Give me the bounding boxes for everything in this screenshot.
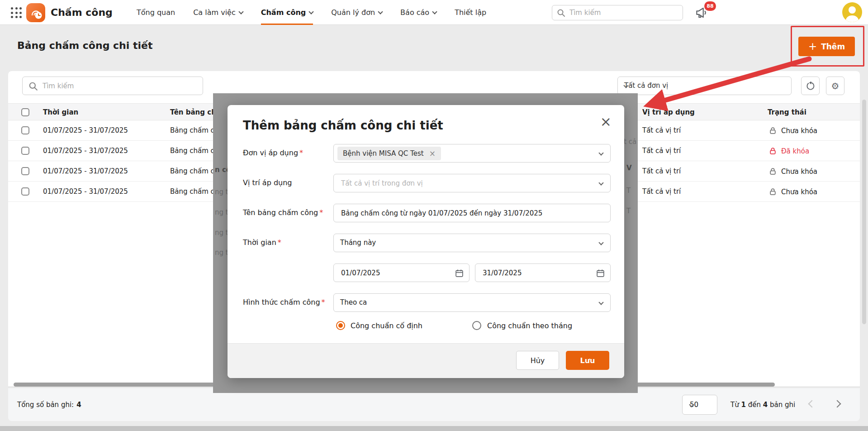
backdrop-text-fragment: V xyxy=(626,164,632,172)
timesheet-name-field xyxy=(333,204,611,222)
chevron-down-icon xyxy=(598,300,603,305)
modal-footer: Hủy Lưu xyxy=(228,343,624,378)
chevron-down-icon xyxy=(432,9,437,14)
status-badge: Chưa khóa xyxy=(769,182,817,202)
nav-item-overview[interactable]: Tổng quan xyxy=(137,0,175,25)
lock-open-icon xyxy=(769,168,777,175)
nav-item-reports[interactable]: Báo cáo xyxy=(400,0,436,25)
header-time: Thời gian xyxy=(43,104,78,121)
date-to-field[interactable] xyxy=(475,263,611,282)
user-avatar[interactable] xyxy=(842,2,862,22)
header-status: Trạng thái xyxy=(768,104,806,121)
page-title: Bảng chấm công chi tiết xyxy=(17,40,152,51)
nav-item-timekeeping[interactable]: Chấm công xyxy=(261,0,313,25)
app-grid-icon[interactable] xyxy=(11,7,23,19)
chevron-down-icon xyxy=(238,9,243,14)
notification-count-badge: 88 xyxy=(704,1,716,11)
cancel-button[interactable]: Hủy xyxy=(516,351,559,370)
location-input[interactable] xyxy=(340,174,593,192)
chevron-down-icon xyxy=(378,9,383,14)
status-badge: Đã khóa xyxy=(769,141,809,161)
lock-open-icon xyxy=(769,188,777,196)
backdrop-text-fragment: T xyxy=(626,187,631,195)
refresh-icon xyxy=(806,81,816,91)
app-window: Chấm công Tổng quan Ca làm việc Chấm côn… xyxy=(0,0,868,431)
row-checkbox[interactable] xyxy=(21,126,29,134)
plus-icon: + xyxy=(808,41,817,52)
table-search xyxy=(22,77,203,95)
add-button[interactable]: + Thêm xyxy=(798,37,855,56)
chevron-down-icon xyxy=(309,9,314,14)
add-timesheet-modal: Thêm bảng chấm công chi tiết × Đơn vị áp… xyxy=(228,105,624,378)
calendar-icon xyxy=(596,269,605,278)
field-label-location: Vị trí áp dụng xyxy=(243,178,292,187)
unit-filter-dropdown[interactable]: Tất cả đơn vị xyxy=(617,77,792,95)
page-size-select[interactable]: 50 xyxy=(682,395,717,415)
global-search-input[interactable] xyxy=(569,5,679,20)
radio-monthly-standard[interactable] xyxy=(472,321,481,330)
row-checkbox[interactable] xyxy=(21,147,29,155)
top-navbar: Chấm công Tổng quan Ca làm việc Chấm côn… xyxy=(0,0,868,25)
status-badge: Chưa khóa xyxy=(769,120,817,141)
chevron-down-icon xyxy=(598,240,603,245)
method-select[interactable]: Theo ca xyxy=(333,293,611,312)
calendar-icon xyxy=(455,269,464,278)
vertical-scrollbar-thumb[interactable] xyxy=(862,100,866,324)
save-button[interactable]: Lưu xyxy=(566,351,609,370)
row-checkbox[interactable] xyxy=(21,167,29,175)
gear-icon: ⚙ xyxy=(831,81,840,91)
nav-item-shifts[interactable]: Ca làm việc xyxy=(193,0,243,25)
close-icon[interactable]: × xyxy=(600,115,612,129)
field-label-method: Hình thức chấm công* xyxy=(243,298,325,306)
field-label-period: Thời gian* xyxy=(243,238,281,247)
header-location: Vị trí áp dụng xyxy=(642,104,695,121)
date-from-field[interactable] xyxy=(333,263,470,282)
backdrop-text-fragment: T xyxy=(626,207,631,215)
row-checkbox[interactable] xyxy=(21,187,29,196)
required-asterisk: * xyxy=(278,238,281,247)
field-label-unit: Đơn vị áp dụng* xyxy=(243,148,303,157)
prev-page-icon[interactable] xyxy=(808,400,816,408)
field-label-name: Tên bảng chấm công* xyxy=(243,208,323,217)
settings-button[interactable]: ⚙ xyxy=(826,77,844,95)
required-asterisk: * xyxy=(319,208,323,217)
refresh-button[interactable] xyxy=(801,77,820,95)
location-select[interactable] xyxy=(333,174,611,192)
unit-select[interactable]: Bệnh viện MISA QC Test × xyxy=(333,144,611,163)
chevron-down-icon xyxy=(598,150,603,155)
period-select[interactable]: Tháng này xyxy=(333,234,611,252)
lock-open-icon xyxy=(769,127,777,134)
global-search xyxy=(552,5,683,20)
app-title: Chấm công xyxy=(51,0,113,25)
required-asterisk: * xyxy=(322,298,325,306)
status-badge: Chưa khóa xyxy=(769,161,817,182)
remove-chip-icon[interactable]: × xyxy=(429,150,436,158)
search-icon xyxy=(557,9,565,17)
search-icon xyxy=(28,81,38,91)
lock-closed-icon xyxy=(769,147,777,155)
radio-label: Công chuẩn cố định xyxy=(351,321,422,331)
radio-label: Công chuẩn theo tháng xyxy=(487,321,572,331)
date-from-input[interactable] xyxy=(340,264,444,282)
nav-item-settings[interactable]: Thiết lập xyxy=(455,0,486,25)
backdrop-text-fragment: t cả xyxy=(624,138,636,146)
main-nav: Tổng quan Ca làm việc Chấm công Quản lý … xyxy=(137,0,486,25)
chevron-down-icon xyxy=(598,180,603,185)
date-to-input[interactable] xyxy=(482,264,586,282)
total-records: Tổng số bản ghi:4 xyxy=(17,388,81,421)
selected-unit-chip: Bệnh viện MISA QC Test × xyxy=(337,147,441,160)
table-search-input[interactable] xyxy=(42,77,199,95)
radio-fixed-standard[interactable] xyxy=(336,321,345,330)
standard-work-options: Công chuẩn cố định Công chuẩn theo tháng xyxy=(228,321,624,331)
app-logo-timekeeping-icon[interactable] xyxy=(26,3,45,22)
record-range: Từ 1 đến 4 bản ghi xyxy=(730,388,795,421)
modal-title: Thêm bảng chấm công chi tiết xyxy=(243,119,443,132)
select-all-checkbox[interactable] xyxy=(21,108,29,116)
required-asterisk: * xyxy=(299,148,303,157)
nav-item-requests[interactable]: Quản lý đơn xyxy=(331,0,382,25)
next-page-icon[interactable] xyxy=(834,400,841,408)
timesheet-name-input[interactable] xyxy=(340,204,593,222)
